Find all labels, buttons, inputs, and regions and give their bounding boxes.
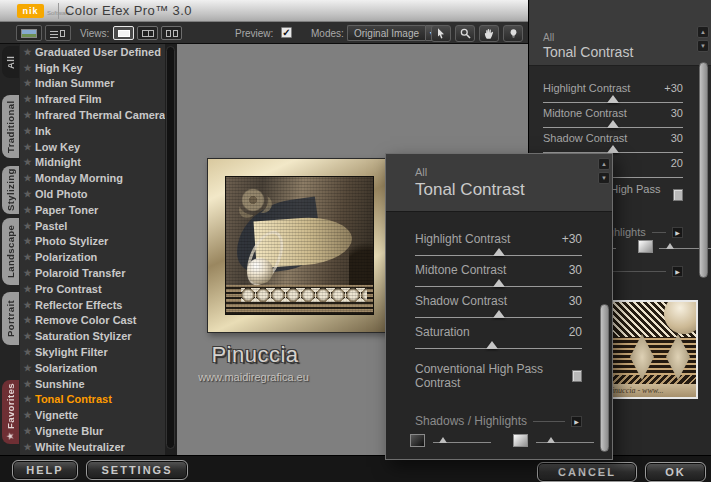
panel-scroll-down-button[interactable]: ▼	[598, 172, 610, 184]
high-pass-contrast-checkbox[interactable]	[673, 189, 683, 201]
sidebar-tab-landscape[interactable]: Landscape	[2, 218, 19, 285]
sidebar-tab-all[interactable]: All	[2, 46, 19, 78]
filter-item[interactable]: ★Reflector Effects	[20, 297, 165, 313]
filter-item[interactable]: ★Infrared Film	[20, 91, 165, 107]
filter-item[interactable]: ★High Key	[20, 60, 165, 76]
highlights-slider-thumb[interactable]	[666, 243, 674, 249]
view-side-by-side-button[interactable]	[161, 26, 182, 40]
shadows-slider-thumb[interactable]	[439, 437, 447, 443]
favorite-star-icon[interactable]: ★	[20, 300, 35, 310]
filter-item[interactable]: ★Paper Toner	[20, 202, 165, 218]
favorite-star-icon[interactable]: ★	[20, 157, 35, 167]
filter-list-scrollbar-thumb[interactable]	[166, 46, 175, 449]
favorite-star-icon[interactable]: ★	[20, 110, 35, 120]
favorite-star-icon[interactable]: ★	[20, 379, 35, 389]
slider-track[interactable]	[415, 317, 582, 318]
favorite-star-icon[interactable]: ★	[20, 63, 35, 73]
sidebar-tab-traditional[interactable]: Traditional	[2, 95, 19, 158]
modes-dropdown-value[interactable]: Original Image	[347, 25, 425, 41]
filter-item[interactable]: ★Midnight	[20, 155, 165, 171]
favorite-star-icon[interactable]: ★	[20, 47, 35, 57]
zoom-tool[interactable]	[455, 25, 475, 42]
expand-section-button[interactable]: ▶	[571, 416, 582, 427]
favorite-star-icon[interactable]: ★	[20, 126, 35, 136]
filter-item[interactable]: ★Old Photo	[20, 186, 165, 202]
filter-item[interactable]: ★Vignette	[20, 407, 165, 423]
slider-thumb[interactable]	[607, 95, 619, 103]
image-view-button[interactable]	[16, 25, 42, 41]
favorite-star-icon[interactable]: ★	[20, 442, 35, 452]
filter-item[interactable]: ★White Neutralizer	[20, 439, 165, 455]
filter-item[interactable]: ★Pro Contrast	[20, 281, 165, 297]
favorite-star-icon[interactable]: ★	[20, 426, 35, 436]
modes-dropdown[interactable]: Original Image ▼	[347, 25, 439, 41]
high-pass-contrast-checkbox[interactable]	[572, 370, 582, 382]
slider-thumb[interactable]	[607, 120, 619, 128]
favorite-star-icon[interactable]: ★	[20, 315, 35, 325]
filter-item[interactable]: ★Polaroid Transfer	[20, 265, 165, 281]
filter-item[interactable]: ★Skylight Filter	[20, 344, 165, 360]
filter-item[interactable]: ★Low Key	[20, 139, 165, 155]
shadows-slider-track[interactable]	[433, 442, 491, 443]
view-single-button[interactable]	[113, 26, 134, 40]
slider-track[interactable]	[543, 102, 683, 103]
sidebar-tab-favorites[interactable]: ★Favorites	[2, 380, 19, 444]
favorite-star-icon[interactable]: ★	[20, 252, 35, 262]
filter-item[interactable]: ★Pastel	[20, 218, 165, 234]
slider-thumb[interactable]	[493, 279, 505, 287]
filter-item[interactable]: ★Saturation Stylizer	[20, 328, 165, 344]
panel-scrollbar-thumb[interactable]	[699, 62, 708, 278]
filter-item[interactable]: ★Monday Morning	[20, 170, 165, 186]
favorite-star-icon[interactable]: ★	[20, 173, 35, 183]
filter-item[interactable]: ★Photo Stylizer	[20, 234, 165, 250]
favorite-star-icon[interactable]: ★	[20, 78, 35, 88]
favorite-star-icon[interactable]: ★	[20, 347, 35, 357]
favorite-star-icon[interactable]: ★	[20, 221, 35, 231]
filter-item[interactable]: ★Graduated User Defined	[20, 44, 165, 60]
slider-track[interactable]	[415, 286, 582, 287]
filter-item[interactable]: ★Polarization	[20, 249, 165, 265]
slider-thumb[interactable]	[607, 145, 619, 153]
expand-section-button[interactable]: ▶	[672, 227, 683, 238]
help-button[interactable]: HELP	[12, 460, 78, 480]
filter-item[interactable]: ★Ink	[20, 123, 165, 139]
highlights-slider-thumb[interactable]	[547, 437, 555, 443]
ok-button[interactable]: OK	[645, 462, 706, 482]
settings-button[interactable]: SETTINGS	[86, 460, 188, 480]
favorite-star-icon[interactable]: ★	[20, 268, 35, 278]
slider-thumb[interactable]	[493, 248, 505, 256]
slider-track[interactable]	[543, 127, 683, 128]
filter-item[interactable]: ★Infrared Thermal Camera	[20, 107, 165, 123]
view-split-button[interactable]	[137, 26, 158, 40]
favorite-star-icon[interactable]: ★	[20, 394, 35, 404]
sidebar-tab-stylizing[interactable]: Stylizing	[2, 166, 19, 214]
filter-item[interactable]: ★Vignette Blur	[20, 423, 165, 439]
favorite-star-icon[interactable]: ★	[20, 236, 35, 246]
panel-scrollbar-thumb[interactable]	[600, 304, 609, 452]
favorite-star-icon[interactable]: ★	[20, 363, 35, 373]
loupe-thumbnail[interactable]: Pinuccia - www...	[602, 300, 698, 399]
slider-thumb[interactable]	[493, 310, 505, 318]
favorite-star-icon[interactable]: ★	[20, 205, 35, 215]
filter-item[interactable]: ★Tonal Contrast	[20, 392, 165, 408]
expand-section-button[interactable]: ▶	[672, 266, 683, 277]
favorite-star-icon[interactable]: ★	[20, 189, 35, 199]
slider-track[interactable]	[415, 255, 582, 256]
selection-arrow-tool[interactable]	[431, 25, 451, 42]
filter-item[interactable]: ★Indian Summer	[20, 76, 165, 92]
slider-track[interactable]	[415, 348, 582, 349]
favorite-star-icon[interactable]: ★	[20, 142, 35, 152]
filter-item[interactable]: ★Solarization	[20, 360, 165, 376]
favorite-star-icon[interactable]: ★	[20, 284, 35, 294]
panel-scroll-down-button[interactable]: ▼	[697, 40, 709, 52]
filter-list-scrollbar[interactable]	[165, 44, 177, 455]
highlights-slider-track[interactable]	[536, 442, 594, 443]
panel-scroll-up-button[interactable]: ▲	[598, 158, 610, 170]
filter-item[interactable]: ★Remove Color Cast	[20, 313, 165, 329]
slider-thumb[interactable]	[486, 341, 498, 349]
favorite-star-icon[interactable]: ★	[20, 410, 35, 420]
preview-checkbox[interactable]: ✓	[281, 27, 292, 38]
pan-hand-tool[interactable]	[479, 25, 499, 42]
favorite-star-icon[interactable]: ★	[20, 94, 35, 104]
background-color-selector-tool[interactable]	[503, 25, 523, 42]
